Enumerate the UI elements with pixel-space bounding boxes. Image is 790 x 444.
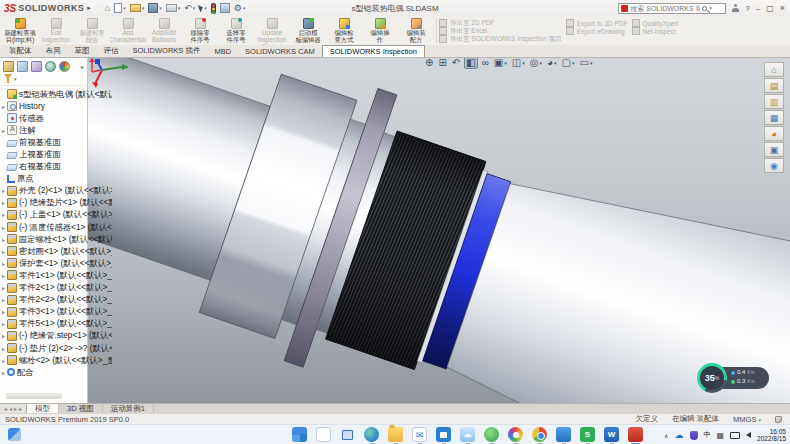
dropdown-caret-icon[interactable]: ▾: [193, 5, 196, 11]
ribbon-stack-item[interactable]: 导出至 SOLIDWORKS Inspection 项目: [439, 35, 562, 43]
feature-tree-item[interactable]: 传感器: [0, 112, 112, 124]
dropdown-caret-icon[interactable]: ▾: [554, 60, 557, 66]
search-input[interactable]: [630, 5, 700, 12]
ribbon-button[interactable]: 移除零 件序号: [182, 17, 218, 45]
ribbon-stack-item[interactable]: QualityXpert: [632, 19, 679, 27]
ribbon-button[interactable]: Add Characteristic: [110, 17, 146, 45]
dropdown-caret-icon[interactable]: ▾: [123, 5, 126, 11]
expand-arrow-icon[interactable]: ▸: [0, 357, 7, 364]
feature-tree-item[interactable]: ▸ History: [0, 100, 112, 112]
onedrive-icon[interactable]: ☁: [675, 430, 684, 440]
expand-arrow-icon[interactable]: ▸: [0, 320, 7, 327]
feature-tree-item[interactable]: ▸ 零件2<2> (默认<<默认>_显示状态: [0, 294, 112, 306]
performance-overlay-badge[interactable]: 35% 0.4 K/s 0.3 K/s: [697, 363, 769, 393]
ribbon-button[interactable]: 编辑装 配方: [398, 17, 434, 45]
taskbar-app-button[interactable]: [556, 427, 571, 444]
feature-tree-item[interactable]: 前视基准面: [0, 136, 112, 148]
expand-arrow-icon[interactable]: ▸: [0, 127, 7, 134]
task-pane-tab[interactable]: ⌂: [764, 62, 784, 77]
dropdown-caret-icon[interactable]: ▾: [142, 5, 145, 11]
filter-caret-icon[interactable]: ▾: [14, 76, 17, 82]
task-pane-tab[interactable]: ▦: [764, 110, 784, 125]
speaker-icon[interactable]: [746, 432, 751, 438]
tab-nav-arrow-icon[interactable]: ▸: [14, 405, 17, 412]
expand-arrow-icon[interactable]: ▸: [0, 236, 7, 243]
expand-arrow-icon[interactable]: ▸: [0, 199, 7, 206]
command-tab[interactable]: 装配体: [2, 45, 39, 57]
taskbar-app-button[interactable]: W: [604, 427, 619, 444]
expand-arrow-icon[interactable]: ▸: [0, 248, 7, 255]
expand-arrow-icon[interactable]: ▸: [0, 272, 7, 279]
tab-nav-arrow-icon[interactable]: ◂: [4, 405, 7, 412]
task-pane-tab[interactable]: ▣: [764, 142, 784, 157]
feature-tree-item[interactable]: ▸ 外壳 (2)<1> (默认<<默认>_显示状: [0, 185, 112, 197]
graphics-viewport[interactable]: ⊕ ⊞ ↶ ◧: [88, 58, 790, 403]
view-tool-button[interactable]: ⊞: [437, 58, 447, 69]
model-tab[interactable]: 运动算例1: [103, 404, 154, 413]
feature-tree-item[interactable]: ▸ 配合: [0, 366, 112, 378]
feature-tree-item[interactable]: ▸ (-) 绝缘垫片<1> (默认<<默认>_显: [0, 197, 112, 209]
configurationmanager-tab-icon[interactable]: [31, 61, 42, 72]
taskbar-app-button[interactable]: [508, 427, 523, 444]
view-tool-button[interactable]: ▣ ▾: [493, 58, 508, 69]
feature-tree-item[interactable]: ▸ (-) 上盖<1> (默认<<默认>_显示状: [0, 209, 112, 221]
quick-access-button[interactable]: ▾: [199, 4, 207, 12]
expand-arrow-icon[interactable]: ▸: [0, 224, 7, 231]
feature-tree-item[interactable]: 原点: [0, 173, 112, 185]
ribbon-button[interactable]: Edit Inspection Project: [38, 17, 74, 45]
task-pane-tab[interactable]: ◉: [764, 158, 784, 173]
feature-tree-item[interactable]: ▸ 固定螺栓<1> (默认<<默认>_显示: [0, 233, 112, 245]
expand-arrow-icon[interactable]: ▸: [0, 332, 7, 339]
feature-tree-item[interactable]: 右视基准面: [0, 161, 112, 173]
ribbon-button[interactable]: 编辑操 作: [362, 17, 398, 45]
quick-access-button[interactable]: ⚙ ▾: [234, 3, 246, 13]
units-selector[interactable]: MMGS ▾: [733, 415, 761, 424]
tab-nav-arrow-icon[interactable]: ▸: [19, 405, 22, 412]
feature-tree-item[interactable]: ▸ 注解: [0, 124, 112, 136]
help-search-box[interactable]: ▾: [618, 3, 726, 14]
feature-tree-item[interactable]: ▸ 密封圈<1> (默认<<默认>_显示状: [0, 245, 112, 257]
ribbon-stack-item[interactable]: Net-Inspect: [632, 27, 679, 35]
minimize-button[interactable]: –: [756, 4, 760, 13]
close-button[interactable]: ×: [780, 3, 785, 13]
widgets-icon[interactable]: [8, 428, 21, 441]
feature-tree-item[interactable]: ▸ (-) 温度传感器<1> (默认<<默认>_: [0, 221, 112, 233]
dropdown-caret-icon[interactable]: ▾: [178, 5, 181, 11]
propertymanager-tab-icon[interactable]: [17, 61, 28, 72]
touch-keyboard-icon[interactable]: ▦: [717, 431, 725, 440]
feature-tree-item[interactable]: ▸ 零件3<1> (默认<<默认>_显示状态: [0, 306, 112, 318]
dimxpertmanager-tab-icon[interactable]: [45, 61, 56, 72]
command-tab[interactable]: 布局: [39, 45, 68, 57]
task-pane-tab[interactable]: ◕: [764, 126, 784, 141]
help-button[interactable]: ?: [745, 4, 749, 13]
feature-tree-item[interactable]: ▸ 螺栓<2> (默认<<默认>_显示状态: [0, 354, 112, 366]
security-shield-icon[interactable]: [690, 431, 698, 440]
taskbar-app-button[interactable]: [532, 427, 547, 444]
model-tab[interactable]: 3D 视图: [59, 404, 103, 413]
taskbar-app-button[interactable]: S: [580, 427, 595, 444]
clock[interactable]: 16:05 2022/8/15: [757, 428, 786, 443]
feature-tree-item[interactable]: ▸ 保护套<1> (默认<<默认>_显示状: [0, 257, 112, 269]
tab-overflow-icon[interactable]: ▸: [81, 63, 85, 70]
expand-arrow-icon[interactable]: ▸: [0, 187, 7, 194]
taskbar-app-button[interactable]: ✉: [412, 427, 427, 444]
tray-chevron-icon[interactable]: ∧: [664, 432, 668, 439]
quick-access-button[interactable]: ▾: [148, 3, 162, 13]
dropdown-caret-icon[interactable]: ▾: [590, 60, 593, 66]
panel-scrollbar[interactable]: [6, 396, 62, 399]
featuremanager-tab-icon[interactable]: [3, 61, 14, 72]
view-tool-button[interactable]: ◫ ▾: [511, 58, 526, 69]
feature-tree-item[interactable]: 上视基准面: [0, 148, 112, 160]
dropdown-caret-icon[interactable]: ▾: [572, 60, 575, 66]
taskbar-app-button[interactable]: [316, 427, 331, 444]
dropdown-caret-icon[interactable]: ▾: [204, 5, 207, 11]
dropdown-caret-icon[interactable]: ▾: [539, 60, 542, 66]
search-icon[interactable]: [702, 6, 707, 11]
taskbar-app-button[interactable]: [364, 427, 379, 444]
taskbar-app-button[interactable]: [388, 427, 403, 444]
search-dropdown-icon[interactable]: ▾: [709, 5, 712, 11]
quick-access-button[interactable]: ▾: [166, 4, 181, 12]
dropdown-caret-icon[interactable]: ▾: [159, 5, 162, 11]
ribbon-button[interactable]: 编辑检 查方式: [326, 17, 362, 45]
view-tool-button[interactable]: ◧: [464, 58, 477, 69]
